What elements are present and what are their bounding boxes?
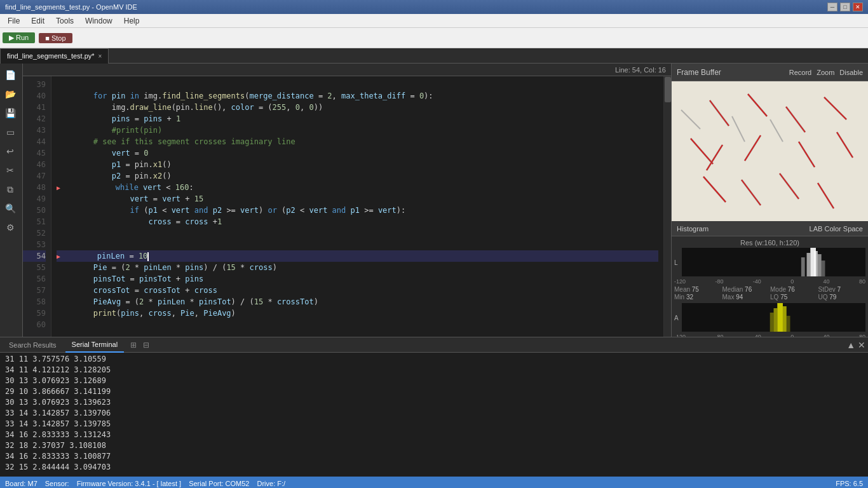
code-line-50: if (p1 < vert and p2 >= vert) or (p2 < v… [57,205,658,216]
line-54: 54 [23,250,46,262]
svg-rect-32 [814,251,818,276]
sidebar-settings-icon[interactable]: ⚙ [0,219,20,236]
tab-close-icon[interactable]: × [98,53,102,60]
code-line-39 [57,79,658,90]
cursor-position: Line: 54, Col: 16 [615,66,666,74]
sidebar-copy-icon[interactable]: ⧉ [0,180,20,198]
code-area[interactable]: for pin in img.find_line_segments(merge_… [51,76,663,337]
terminal-icon-1[interactable]: ⊞ [130,341,137,349]
code-line-51: cross = cross +1 [57,216,658,227]
code-line-57: crossTot = crossTot + cross [57,285,658,296]
line-50: 50 [23,205,46,216]
svg-rect-30 [682,248,865,276]
terminal-line-2: 34 11 4.121212 3.128205 [5,365,863,376]
code-line-60 [57,319,658,330]
maximize-button[interactable]: □ [840,3,850,11]
frame-image [672,81,868,221]
code-line-42: pins = pins + 1 [57,113,658,125]
terminal-icon-2[interactable]: ⊟ [143,341,149,349]
sidebar-cut-icon[interactable]: ✂ [0,161,20,179]
code-line-45: vert = 0 [57,147,658,159]
code-line-53 [57,239,658,250]
sidebar-undo-icon[interactable]: ↩ [0,142,20,160]
line-51: 51 [23,216,46,227]
svg-rect-33 [818,254,822,276]
editor-main[interactable]: 39 40 41 42 43 44 45 46 47 48 49 50 51 5… [23,76,671,337]
svg-rect-34 [807,253,811,276]
menu-help[interactable]: Help [119,15,145,27]
code-line-48: ▶ while vert < 160: [57,182,658,193]
line-45: 45 [23,147,46,159]
histogram-title: Histogram [677,225,709,233]
line-55: 55 [23,262,46,273]
channel-l: L [674,248,865,301]
sidebar-save-icon[interactable]: 💾 [0,104,20,122]
menu-window[interactable]: Window [80,15,118,27]
hist-res: Res (w:160, h:120) [674,239,865,247]
bottom-controls: ▲ ✕ [846,340,865,350]
editor-tab[interactable]: find_line_segments_test.py* × [0,48,109,64]
frame-buffer-header: Frame Buffer Record Zoom Disable [672,64,868,81]
line-39: 39 [23,79,46,90]
color-space-selector[interactable]: LAB Color Space [810,225,863,233]
code-line-46: p1 = pin.x1() [57,159,658,170]
disable-button[interactable]: Disable [839,69,863,76]
sidebar-open-icon[interactable]: 📂 [0,85,20,103]
menu-edit[interactable]: Edit [26,15,50,27]
terminal-line-4: 29 10 3.866667 3.141199 [5,386,863,397]
editor-container: Line: 54, Col: 16 39 40 41 42 43 44 45 4… [23,64,671,337]
sidebar-new-icon[interactable]: 📄 [0,66,20,84]
histogram-section: Histogram LAB Color Space Res (w:160, h:… [672,221,868,337]
zoom-button[interactable]: Zoom [817,69,834,76]
minimize-button[interactable]: ─ [827,3,837,11]
terminal-output: 31 11 3.757576 3.10559 34 11 4.121212 3.… [0,353,868,477]
menu-tools[interactable]: Tools [51,15,79,27]
histogram-body: Res (w:160, h:120) L [672,236,868,337]
menu-file[interactable]: File [3,15,25,27]
code-line-56: pinsTot = pinsTot + pins [57,273,658,285]
status-board: Board: M7 [5,480,37,487]
sidebar-blank-icon[interactable]: ▭ [0,123,20,141]
svg-rect-41 [770,313,774,332]
terminal-line-3: 30 13 3.076923 3.12689 [5,376,863,386]
channel-a: A [674,303,865,337]
close-panel-btn[interactable]: ✕ [858,340,865,350]
line-58: 58 [23,296,46,308]
record-button[interactable]: Record [789,69,811,76]
title-bar-controls: ─ □ ✕ [827,3,863,11]
close-button[interactable]: ✕ [853,3,863,11]
editor-scrollbar[interactable] [663,76,671,337]
title-bar-text: find_line_segments_test.py - OpenMV IDE [5,3,137,11]
tab-label: find_line_segments_test.py* [7,52,95,60]
hist-axis-l: -120-80-4004080 [674,278,865,285]
line-53: 53 [23,239,46,250]
code-line-47: p2 = pin.x2() [57,170,658,182]
terminal-line-11: 32 15 2.844444 3.094703 [5,462,863,473]
stop-button[interactable]: ■ Stop [39,33,72,43]
line-57: 57 [23,285,46,296]
code-line-43: #print(pin) [57,125,658,136]
line-42: 42 [23,113,46,125]
code-line-58: PieAvg = (2 * pinLen * pinsTot) / (15 * … [57,296,658,308]
search-results-tab[interactable]: Search Results [3,337,63,353]
status-serial: Serial Port: COM52 [189,480,249,487]
terminal-line-1: 31 11 3.757576 3.10559 [5,354,863,365]
scroll-handle[interactable] [665,77,671,102]
terminal-line-5: 30 13 3.076923 3.139623 [5,397,863,408]
hist-axis-a: -120-80-4004080 [674,334,865,337]
line-48: 48 [23,182,46,193]
serial-terminal-tab[interactable]: Serial Terminal [65,337,125,353]
maximize-panel-btn[interactable]: ▲ [846,340,855,350]
terminal-line-7: 33 14 3.142857 3.139785 [5,419,863,430]
code-line-52 [57,227,658,239]
line-47: 47 [23,170,46,182]
svg-rect-38 [777,303,783,332]
line-52: 52 [23,227,46,239]
hist-chart-l [682,248,865,276]
run-button[interactable]: ▶ Run [3,32,35,43]
line-59: 59 [23,308,46,319]
svg-rect-42 [787,316,790,332]
line-40: 40 [23,90,46,102]
code-line-40: for pin in img.find_line_segments(merge_… [57,90,658,102]
sidebar-zoom-icon[interactable]: 🔍 [0,200,20,217]
